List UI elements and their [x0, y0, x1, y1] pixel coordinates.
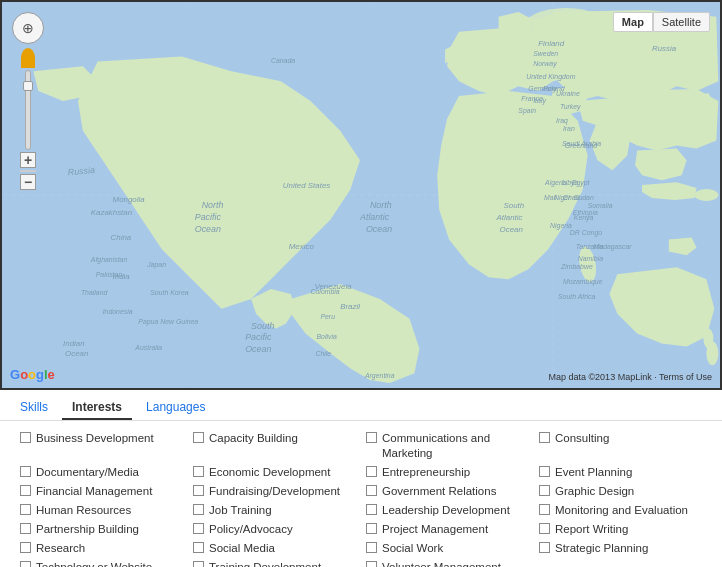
svg-point-7 — [695, 189, 719, 201]
skill-checkbox[interactable] — [20, 561, 31, 567]
skill-checkbox[interactable] — [193, 485, 204, 496]
skill-checkbox[interactable] — [193, 561, 204, 567]
skill-label: Social Media — [209, 541, 275, 556]
zoom-slider[interactable] — [25, 70, 31, 150]
list-item: Consulting — [539, 431, 702, 461]
svg-text:Iraq: Iraq — [556, 117, 568, 125]
skill-checkbox[interactable] — [366, 432, 377, 443]
svg-text:Pacific: Pacific — [245, 332, 272, 342]
svg-text:Namibia: Namibia — [578, 255, 603, 262]
map-attribution: Map data ©2013 MapLink · Terms of Use — [548, 372, 712, 382]
svg-text:Pacific: Pacific — [195, 212, 222, 222]
skill-label: Financial Management — [36, 484, 152, 499]
list-item: Technology or Website Development — [20, 560, 183, 567]
skill-checkbox[interactable] — [193, 523, 204, 534]
skill-checkbox[interactable] — [20, 432, 31, 443]
skill-checkbox[interactable] — [193, 466, 204, 477]
tab-skills[interactable]: Skills — [10, 396, 58, 420]
svg-text:Argentina: Argentina — [364, 372, 395, 380]
map-type-controls: Map Satellite — [613, 12, 710, 32]
svg-text:Ocean: Ocean — [245, 344, 271, 354]
list-item: Communications and Marketing — [366, 431, 529, 461]
street-view-button[interactable] — [21, 48, 35, 68]
list-item: Monitoring and Evaluation — [539, 503, 702, 518]
tabs-container: Skills Interests Languages — [0, 390, 722, 421]
svg-text:Japan: Japan — [146, 261, 166, 269]
list-item: Research — [20, 541, 183, 556]
map-view-button[interactable]: Map — [613, 12, 653, 32]
skill-label: Monitoring and Evaluation — [555, 503, 688, 518]
skill-checkbox[interactable] — [20, 504, 31, 515]
skill-checkbox[interactable] — [366, 466, 377, 477]
list-item: Entrepreneurship — [366, 465, 529, 480]
skill-checkbox[interactable] — [366, 485, 377, 496]
svg-text:Indonesia: Indonesia — [103, 308, 133, 315]
svg-text:Nigeria: Nigeria — [550, 222, 572, 230]
skill-label: Job Training — [209, 503, 272, 518]
skill-label: Partnership Building — [36, 522, 139, 537]
list-item — [539, 560, 702, 567]
svg-text:Turkey: Turkey — [560, 103, 581, 111]
svg-text:Iran: Iran — [563, 125, 575, 132]
skill-checkbox[interactable] — [193, 504, 204, 515]
list-item: Documentary/Media — [20, 465, 183, 480]
skill-checkbox[interactable] — [193, 432, 204, 443]
skill-checkbox[interactable] — [539, 466, 550, 477]
skill-checkbox[interactable] — [366, 542, 377, 553]
list-item: Volunteer Management — [366, 560, 529, 567]
interests-list: Business DevelopmentCapacity BuildingCom… — [0, 421, 722, 567]
svg-text:Mongolia: Mongolia — [113, 195, 146, 204]
svg-text:Papua New Guinea: Papua New Guinea — [138, 318, 198, 326]
skill-checkbox[interactable] — [20, 466, 31, 477]
skills-grid: Business DevelopmentCapacity BuildingCom… — [20, 431, 702, 567]
skill-checkbox[interactable] — [20, 542, 31, 553]
list-item: Economic Development — [193, 465, 356, 480]
skill-checkbox[interactable] — [539, 504, 550, 515]
tab-interests[interactable]: Interests — [62, 396, 132, 420]
skill-label: Event Planning — [555, 465, 632, 480]
svg-text:Egypt: Egypt — [572, 179, 591, 187]
svg-text:Ukraine: Ukraine — [556, 90, 580, 97]
satellite-view-button[interactable]: Satellite — [653, 12, 710, 32]
skill-checkbox[interactable] — [539, 432, 550, 443]
skill-label: Consulting — [555, 431, 609, 446]
skill-checkbox[interactable] — [366, 504, 377, 515]
zoom-out-button[interactable]: − — [20, 174, 36, 190]
svg-text:United Kingdom: United Kingdom — [526, 73, 575, 81]
skill-label: Business Development — [36, 431, 154, 446]
skill-label: Research — [36, 541, 85, 556]
tab-languages[interactable]: Languages — [136, 396, 215, 420]
skill-checkbox[interactable] — [539, 485, 550, 496]
svg-text:Australia: Australia — [134, 344, 162, 351]
skill-checkbox[interactable] — [366, 561, 377, 567]
skill-label: Communications and Marketing — [382, 431, 529, 461]
list-item: Fundraising/Development — [193, 484, 356, 499]
svg-text:Zimbabwe: Zimbabwe — [560, 263, 593, 270]
svg-text:Russia: Russia — [652, 44, 677, 53]
skill-checkbox[interactable] — [366, 523, 377, 534]
map-pan-button[interactable]: ⊕ — [12, 12, 44, 44]
google-logo: Google — [10, 367, 55, 382]
skill-checkbox[interactable] — [20, 523, 31, 534]
svg-text:Ocean: Ocean — [366, 224, 392, 234]
list-item: Job Training — [193, 503, 356, 518]
skill-label: Strategic Planning — [555, 541, 648, 556]
skill-label: Leadership Development — [382, 503, 510, 518]
zoom-in-button[interactable]: + — [20, 152, 36, 168]
skill-checkbox[interactable] — [539, 523, 550, 534]
list-item: Partnership Building — [20, 522, 183, 537]
map-container[interactable]: Russia Kazakhstan Russia Mongolia China … — [0, 0, 722, 390]
skill-label: Volunteer Management — [382, 560, 501, 567]
svg-text:Thailand: Thailand — [81, 289, 109, 296]
svg-text:Italy: Italy — [533, 97, 546, 105]
skill-checkbox[interactable] — [193, 542, 204, 553]
skill-label: Training Development — [209, 560, 321, 567]
svg-text:Pakistan: Pakistan — [96, 271, 123, 278]
skill-checkbox[interactable] — [539, 542, 550, 553]
skill-label: Government Relations — [382, 484, 496, 499]
zoom-handle[interactable] — [23, 81, 33, 91]
skill-checkbox[interactable] — [20, 485, 31, 496]
skill-label: Technology or Website Development — [36, 560, 183, 567]
list-item: Capacity Building — [193, 431, 356, 461]
list-item: Human Resources — [20, 503, 183, 518]
